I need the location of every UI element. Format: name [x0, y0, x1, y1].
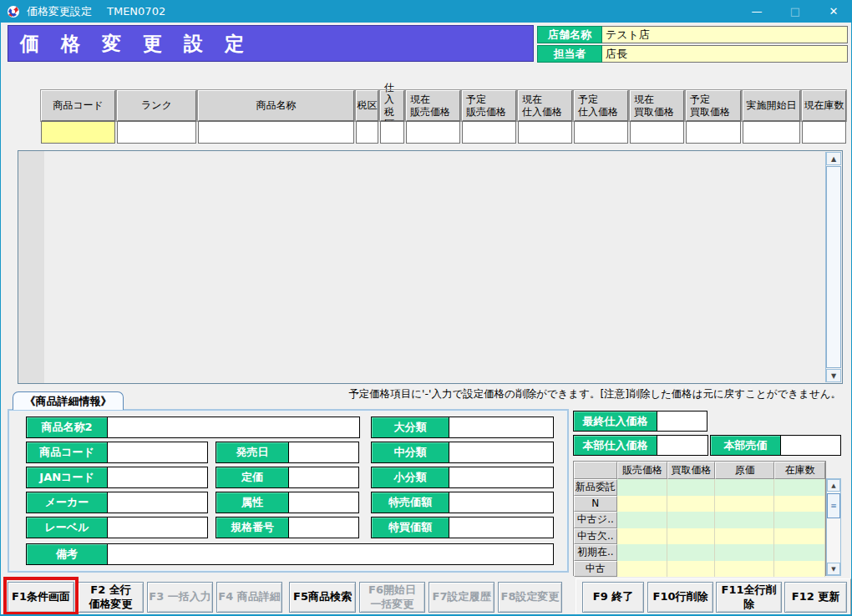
stock-cell	[617, 544, 668, 561]
store-name-value[interactable]: テスト店	[602, 26, 848, 43]
planned-buy-cell[interactable]	[686, 121, 741, 144]
planned-sale-cell[interactable]	[462, 121, 516, 144]
current-buy-cell[interactable]	[630, 121, 684, 144]
f3-batch-input-button: F3 一括入力	[147, 582, 213, 613]
maker-value	[108, 492, 207, 512]
f2-all-rows-price-button[interactable]: F2 全行 価格変更	[78, 582, 144, 613]
stock-row-initial: 初期在..	[574, 544, 825, 561]
close-icon[interactable]: ✕	[814, 0, 852, 23]
stock-cell	[774, 544, 825, 561]
tax-class-cell[interactable]	[356, 121, 378, 144]
tab-product-detail[interactable]: 《商品詳細情報》	[13, 391, 124, 410]
field-maker: メーカー	[26, 492, 208, 513]
f12-update-button[interactable]: F12 更新	[784, 582, 847, 613]
maximize-icon[interactable]: □	[776, 0, 814, 23]
col-header-planned-buy: 予定 買取価格	[686, 90, 741, 121]
field-remarks: 備考	[26, 543, 554, 565]
stock-cell	[617, 512, 668, 528]
special-sale-label: 特売価額	[372, 492, 449, 512]
stock-cell	[617, 496, 668, 512]
col-header-planned-sale: 予定 販売価格	[462, 90, 516, 121]
f11-delete-all-button[interactable]: F11全行削除	[716, 582, 782, 613]
field-hq-sale-price: 本部売価	[710, 435, 841, 456]
planned-cost-cell[interactable]	[574, 121, 628, 144]
scroll-down-icon[interactable]: ▼	[826, 369, 841, 382]
grid-input-row	[41, 121, 848, 144]
field-release-date: 発売日	[216, 442, 359, 463]
attribute-label: 属性	[216, 492, 289, 512]
f5-product-search-button[interactable]: F5商品検索	[289, 582, 356, 613]
field-product-code: 商品コード	[26, 442, 208, 463]
record-label-label: レーベル	[27, 518, 108, 538]
stock-cell	[774, 496, 825, 512]
f10-delete-row-button[interactable]: F10行削除	[647, 582, 713, 613]
stock-cell	[715, 496, 775, 512]
purchase-tax-cell[interactable]	[380, 121, 404, 144]
stock-cell	[715, 528, 775, 545]
jan-code-value	[108, 467, 207, 487]
maker-label: メーカー	[27, 492, 108, 512]
col-header-current-sale: 現在 販売価格	[406, 90, 460, 121]
product-code-input[interactable]	[41, 121, 115, 144]
release-date-label: 発売日	[216, 442, 289, 462]
stock-row-header: 初期在..	[574, 544, 617, 561]
special-buy-label: 特買価額	[372, 518, 449, 538]
field-record-label: レーベル	[26, 517, 208, 538]
stock-cell	[667, 561, 715, 578]
col-header-purchase-tax: 仕入 税区	[380, 90, 404, 121]
stock-scroll-up-icon[interactable]: ▲	[827, 479, 840, 492]
stock-row-header: 中古ジ..	[574, 512, 617, 528]
category-large-value	[449, 417, 553, 437]
titlebar: 価格変更設定 TMEN0702 — □ ✕	[1, 0, 852, 23]
list-price-value	[289, 467, 358, 487]
category-large-label: 大分類	[372, 417, 449, 437]
hq-purchase-price-label: 本部仕入価格	[574, 436, 657, 455]
store-name-row: 店舗名称 テスト店	[537, 26, 848, 43]
remarks-label: 備考	[27, 544, 108, 564]
field-category-large: 大分類	[371, 417, 554, 438]
field-hq-purchase-price: 本部仕入価格	[573, 435, 708, 456]
f8-setting-change-button: F8設定変更	[498, 582, 562, 613]
scroll-up-icon[interactable]: ▲	[826, 152, 841, 165]
stock-col-buy: 買取価格	[667, 462, 715, 479]
product-name-cell[interactable]	[198, 121, 354, 144]
current-cost-cell[interactable]	[518, 121, 572, 144]
page-title: 価 格 変 更 設 定	[8, 25, 534, 62]
category-small-value	[449, 467, 553, 487]
col-header-product-code: 商品コード	[41, 90, 115, 121]
stock-cell	[667, 544, 715, 561]
stock-row-header: 中古欠..	[574, 528, 617, 545]
product-list-area: ▲ ▼	[18, 150, 843, 384]
start-date-cell[interactable]	[743, 121, 800, 144]
stock-scroll-thumb[interactable]: ≡	[827, 493, 840, 518]
stock-scroll-down-icon[interactable]: ▼	[827, 563, 840, 575]
rank-cell[interactable]	[117, 121, 196, 144]
jan-code-label: JANコード	[27, 467, 108, 487]
f7-history-button: F7設定履歴	[429, 582, 494, 613]
field-special-buy: 特買価額	[371, 517, 554, 538]
grid-column-headers: 商品コード ランク 商品名称 税区 仕入 税区 現在 販売価格 予定 販売価格 …	[41, 90, 848, 121]
current-sale-cell[interactable]	[406, 121, 460, 144]
f9-exit-button[interactable]: F9 終了	[582, 582, 644, 613]
hq-sale-price-value	[781, 436, 840, 455]
minimize-icon[interactable]: —	[738, 0, 776, 23]
delete-hint-note: 予定価格項目に'-'入力で設定価格の削除ができます。[注意]削除した価格は元に戻…	[348, 387, 841, 401]
stock-row-header: 新品委託	[574, 479, 617, 496]
app-icon	[7, 5, 20, 18]
release-date-value	[289, 442, 358, 462]
product-name2-value	[108, 417, 359, 437]
field-standard-no: 規格番号	[216, 517, 359, 538]
list-vertical-scrollbar[interactable]: ▲ ▼	[825, 152, 841, 382]
stock-cell	[774, 512, 825, 528]
scroll-thumb[interactable]	[826, 166, 841, 368]
staff-row: 担当者 店長	[537, 45, 848, 63]
stock-cell	[774, 528, 825, 545]
staff-value[interactable]: 店長	[602, 45, 848, 63]
col-header-product-name: 商品名称	[198, 90, 354, 121]
stock-cell	[617, 561, 668, 578]
stock-table-scrollbar[interactable]: ▲ ≡ ▼	[826, 478, 841, 576]
stock-cell	[667, 496, 715, 512]
f1-condition-button[interactable]: F1条件画面	[8, 582, 74, 613]
hq-sale-price-label: 本部売価	[711, 436, 781, 455]
stock-qty-cell[interactable]	[802, 121, 846, 144]
